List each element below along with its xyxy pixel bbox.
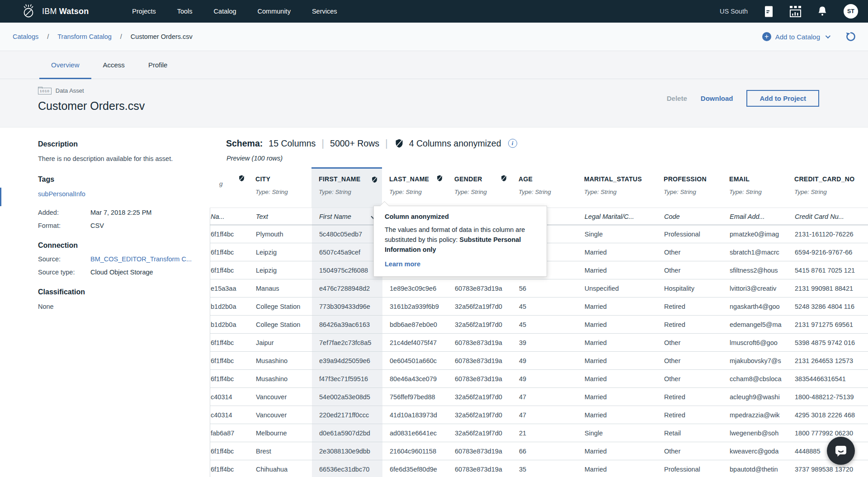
cell: Single <box>577 225 657 243</box>
schema-rows-count: 5000+ Rows <box>330 138 379 149</box>
column-header-clipped[interactable]: g <box>210 167 248 208</box>
cell: 3161b2a939f6b9 <box>382 298 448 315</box>
source-row: Source: BM_COS_EDITOR_Transform C... <box>38 255 192 263</box>
filter-cell[interactable]: Credit Card Nu... <box>788 208 868 225</box>
cell: 220ed2171ff0ccc <box>312 406 382 424</box>
column-header-first_name[interactable]: FIRST_NAMEType: String <box>311 167 382 208</box>
notifications-bell-icon[interactable] <box>818 6 827 17</box>
cell: Other <box>657 370 722 387</box>
cell: 1504975c2f6088 <box>312 261 382 279</box>
tab-overview[interactable]: Overview <box>39 51 91 79</box>
info-icon[interactable]: i <box>508 139 517 148</box>
filter-cell[interactable]: First Name <box>312 208 382 225</box>
nav-item-community[interactable]: Community <box>258 8 291 15</box>
column-header-age[interactable]: AGEType: String <box>511 167 577 208</box>
column-type: Type: String <box>454 189 511 195</box>
cell: 54e002a53e08d5 <box>312 388 382 406</box>
cell: Married <box>577 370 657 387</box>
filter-cell[interactable]: Legal Marital/C... <box>577 208 657 225</box>
watson-logo-icon[interactable] <box>21 4 36 19</box>
cell: Plymouth <box>249 225 312 243</box>
schema-columns-count: 15 Columns <box>269 138 316 149</box>
cell: 6f1ff4bc <box>210 225 249 243</box>
add-to-project-button[interactable]: Add to Project <box>746 90 819 107</box>
cell: Leipzig <box>249 243 312 261</box>
cell: 35 <box>512 460 577 477</box>
cell: Married <box>577 243 657 261</box>
column-name: EMAIL <box>729 175 750 183</box>
chevron-down-icon <box>826 33 830 38</box>
cell: Married <box>577 442 657 460</box>
column-name: AGE <box>519 175 533 183</box>
user-avatar[interactable]: ST <box>844 4 858 19</box>
schema-anonymized-count: 4 Columns anonymized <box>409 138 501 149</box>
column-header-gender[interactable]: GENDERType: String <box>447 167 511 208</box>
column-header-profession[interactable]: PROFESSIONType: String <box>656 167 722 208</box>
cell: b1d2b0a <box>210 298 249 315</box>
cell: 6fe6d35ef80d9e <box>382 460 448 477</box>
nav-item-projects[interactable]: Projects <box>132 8 156 15</box>
cell: 60783e873d19a <box>448 352 512 369</box>
description-text: There is no description available for th… <box>38 154 192 163</box>
cell: 6f1ff4bc <box>210 334 249 351</box>
cell: Retired <box>657 388 722 406</box>
source-link[interactable]: BM_COS_EDITOR_Transform C... <box>90 255 192 263</box>
table-row: 6f1ff4bcMusashinof47f3ec71f5951680e46a43… <box>210 370 868 388</box>
learn-more-link[interactable]: Learn more <box>385 260 420 268</box>
nav-item-catalog[interactable]: Catalog <box>214 8 236 15</box>
chat-bubble-icon <box>834 444 848 458</box>
column-header-email[interactable]: EMAILType: String <box>722 167 787 208</box>
cell: 38354466316541 <box>788 370 868 387</box>
add-to-catalog-button[interactable]: + Add to Catalog <box>762 32 829 41</box>
cell: 5398 4875 9742 016 <box>788 334 868 351</box>
cell: e476c7288948d2 <box>312 279 382 297</box>
top-nav: IBM Watson Projects Tools Catalog Commun… <box>0 0 868 23</box>
preview-rows-label: Preview (100 rows) <box>226 155 868 162</box>
tab-profile[interactable]: Profile <box>137 51 179 79</box>
cell: 756ffef97bed88 <box>382 388 448 406</box>
column-header-city[interactable]: CITYType: String <box>248 167 311 208</box>
cell: 3737 989538 13720 <box>788 460 868 477</box>
cell: 60783e873d19a <box>448 279 512 297</box>
cell: 45 <box>512 316 577 333</box>
tags-heading: Tags <box>38 175 192 184</box>
filter-cell[interactable]: Email Add... <box>722 208 788 225</box>
cell: 60783e873d19a <box>448 442 512 460</box>
filter-cell[interactable]: Text <box>249 208 312 225</box>
table-row: fab6a87Melbourned0e61a5907d2bdad0831e664… <box>210 424 868 442</box>
cell: acleugh9@washi <box>722 388 788 406</box>
classification-heading: Classification <box>38 288 192 296</box>
column-header-marital_status[interactable]: MARITAL_STATUSType: String <box>577 167 656 208</box>
tag-link[interactable]: subPersonalInfo <box>38 190 85 198</box>
cell: 39 <box>512 334 577 351</box>
refresh-icon[interactable] <box>845 31 856 42</box>
cell: ngaskarth4@goo <box>722 298 788 315</box>
column-name: CITY <box>255 175 270 183</box>
docs-icon[interactable] <box>764 6 773 17</box>
tab-access[interactable]: Access <box>91 51 137 79</box>
cell: 56 <box>512 279 577 297</box>
cell: 21604c9601158 <box>382 442 448 460</box>
cell: 0e604501a660c <box>382 352 448 369</box>
shield-icon <box>395 139 403 148</box>
filter-cell[interactable]: Code <box>657 208 722 225</box>
catalog-metrics-icon[interactable] <box>790 6 801 17</box>
cell: Retired <box>657 316 722 333</box>
delete-button[interactable]: Delete <box>667 94 687 102</box>
column-header-last_name[interactable]: LAST_NAMEType: String <box>382 167 447 208</box>
column-header-credit_card_no[interactable]: CREDIT_CARD_NOType: String <box>787 167 868 208</box>
nav-menu: Projects Tools Catalog Community Service… <box>132 8 337 15</box>
classification-value: None <box>38 302 192 311</box>
filter-cell[interactable]: Na... <box>210 208 249 225</box>
breadcrumb-catalogs[interactable]: Catalogs <box>13 33 38 40</box>
chat-widget-button[interactable] <box>827 437 855 465</box>
cell: 86426a39ac6163 <box>312 316 382 333</box>
download-button[interactable]: Download <box>701 94 733 102</box>
breadcrumb-bar: Catalogs / Transform Catalog / Customer … <box>0 23 868 51</box>
brand-title[interactable]: IBM Watson <box>42 7 89 16</box>
nav-item-services[interactable]: Services <box>312 8 337 15</box>
nav-item-tools[interactable]: Tools <box>177 8 193 15</box>
format-value: CSV <box>90 222 104 229</box>
region-selector[interactable]: US South <box>720 8 748 15</box>
breadcrumb-transform-catalog[interactable]: Transform Catalog <box>57 33 112 40</box>
